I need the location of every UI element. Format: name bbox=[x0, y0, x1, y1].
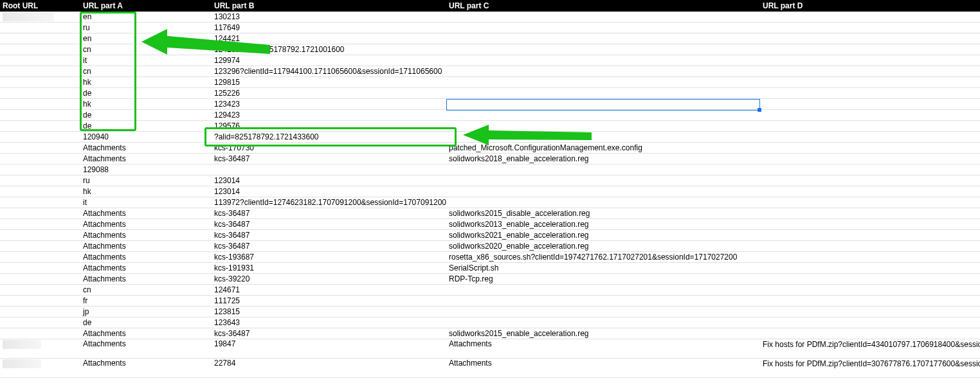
cell-url-part-a[interactable]: cn bbox=[80, 66, 212, 76]
table-row[interactable]: Attachments22784AttachmentsFix hosts for… bbox=[0, 359, 980, 378]
cell-url-part-c[interactable] bbox=[446, 186, 760, 197]
cell-url-part-c[interactable]: solidworks2015_disable_acceleration.reg bbox=[446, 208, 760, 218]
cell-url-part-a[interactable]: de bbox=[80, 88, 212, 98]
cell-url-part-c[interactable] bbox=[446, 44, 760, 55]
cell-url-part-c[interactable] bbox=[446, 33, 760, 44]
cell-url-part-a[interactable]: Attachments bbox=[80, 328, 212, 339]
table-row[interactable]: hk123014 bbox=[0, 186, 980, 197]
cell-url-part-b[interactable]: 129576 bbox=[212, 121, 446, 131]
cell-url-part-a[interactable]: en bbox=[80, 33, 212, 44]
table-row[interactable]: ru123014 bbox=[0, 175, 980, 186]
cell-root-url[interactable] bbox=[0, 208, 80, 218]
cell-url-part-a[interactable]: hk bbox=[80, 77, 212, 87]
cell-url-part-c[interactable]: SerialScript.sh bbox=[446, 263, 760, 273]
table-row[interactable]: Attachmentskcs-36487solidworks2015_enabl… bbox=[0, 328, 980, 339]
cell-url-part-c[interactable]: solidworks2013_enable_acceleration.reg bbox=[446, 219, 760, 229]
cell-url-part-a[interactable]: de bbox=[80, 121, 212, 131]
cell-url-part-b[interactable]: 123014 bbox=[212, 175, 446, 186]
cell-root-url[interactable] bbox=[0, 359, 80, 377]
cell-url-part-b[interactable]: 125226 bbox=[212, 88, 446, 98]
cell-root-url[interactable] bbox=[0, 186, 80, 197]
cell-url-part-d[interactable] bbox=[760, 132, 980, 142]
table-row[interactable]: Attachmentskcs-191931SerialScript.sh bbox=[0, 263, 980, 274]
table-row[interactable]: Attachmentskcs-39220RDP-Tcp.reg bbox=[0, 274, 980, 285]
cell-url-part-d[interactable] bbox=[760, 143, 980, 153]
cell-url-part-b[interactable] bbox=[212, 165, 446, 175]
cell-url-part-d[interactable] bbox=[760, 296, 980, 306]
cell-url-part-d[interactable] bbox=[760, 88, 980, 98]
cell-url-part-c[interactable] bbox=[446, 307, 760, 317]
cell-url-part-d[interactable] bbox=[760, 99, 980, 109]
cell-url-part-b[interactable]: 123423 bbox=[212, 99, 446, 109]
cell-root-url[interactable] bbox=[0, 175, 80, 186]
cell-url-part-b[interactable]: kcs-36487 bbox=[212, 328, 446, 339]
cell-root-url[interactable] bbox=[0, 55, 80, 66]
cell-url-part-c[interactable] bbox=[446, 121, 760, 131]
cell-url-part-d[interactable] bbox=[760, 285, 980, 295]
cell-url-part-a[interactable]: Attachments bbox=[80, 219, 212, 229]
cell-url-part-a[interactable]: hk bbox=[80, 99, 212, 109]
cell-root-url[interactable] bbox=[0, 307, 80, 317]
cell-url-part-d[interactable] bbox=[760, 66, 980, 76]
table-row[interactable]: cn123296?clientId=117944100.1711065600&s… bbox=[0, 66, 980, 77]
cell-url-part-d[interactable] bbox=[760, 121, 980, 131]
cell-url-part-d[interactable] bbox=[760, 197, 980, 208]
cell-url-part-d[interactable] bbox=[760, 77, 980, 87]
cell-root-url[interactable] bbox=[0, 99, 80, 109]
cell-url-part-a[interactable]: hk bbox=[80, 186, 212, 197]
cell-url-part-c[interactable] bbox=[446, 285, 760, 295]
cell-url-part-a[interactable]: it bbox=[80, 55, 212, 66]
cell-url-part-d[interactable] bbox=[760, 154, 980, 164]
cell-url-part-b[interactable]: 129815 bbox=[212, 77, 446, 87]
table-row[interactable]: 129088 bbox=[0, 165, 980, 175]
cell-url-part-a[interactable]: Attachments bbox=[80, 230, 212, 240]
cell-url-part-b[interactable]: ?alid=825178792.1721433600 bbox=[212, 132, 446, 142]
cell-root-url[interactable] bbox=[0, 121, 80, 131]
cell-url-part-a[interactable]: 120940 bbox=[80, 132, 212, 142]
table-row[interactable]: Attachmentskcs-170730patched_Microsoft.C… bbox=[0, 143, 980, 154]
cell-url-part-a[interactable]: fr bbox=[80, 296, 212, 306]
cell-url-part-d[interactable] bbox=[760, 55, 980, 66]
cell-url-part-c[interactable]: Attachments bbox=[446, 339, 760, 358]
cell-root-url[interactable] bbox=[0, 12, 80, 22]
cell-url-part-c[interactable] bbox=[446, 165, 760, 175]
cell-url-part-d[interactable] bbox=[760, 230, 980, 240]
cell-url-part-d[interactable] bbox=[760, 328, 980, 339]
cell-url-part-c[interactable] bbox=[446, 88, 760, 98]
table-row[interactable]: en130213 bbox=[0, 12, 980, 22]
cell-url-part-d[interactable]: Fix hosts for PDfM.zip?clientId=43401079… bbox=[760, 339, 980, 358]
cell-url-part-a[interactable]: de bbox=[80, 317, 212, 328]
cell-url-part-a[interactable]: Attachments bbox=[80, 359, 212, 377]
cell-url-part-c[interactable] bbox=[446, 66, 760, 76]
cell-url-part-b[interactable]: 124671 bbox=[212, 285, 446, 295]
table-row[interactable]: Attachmentskcs-36487solidworks2018_enabl… bbox=[0, 154, 980, 165]
cell-root-url[interactable] bbox=[0, 339, 80, 358]
table-row[interactable]: ru117649 bbox=[0, 22, 980, 33]
cell-url-part-a[interactable]: Attachments bbox=[80, 339, 212, 358]
cell-url-part-a[interactable]: ru bbox=[80, 175, 212, 186]
cell-url-part-b[interactable]: 130213 bbox=[212, 12, 446, 22]
cell-url-part-d[interactable]: Fix hosts for PDfM.zip?clientId=30767787… bbox=[760, 359, 980, 377]
cell-url-part-c[interactable]: rosetta_x86_sources.sh?clientId=19742717… bbox=[446, 252, 760, 262]
cell-url-part-a[interactable]: Attachments bbox=[80, 154, 212, 164]
cell-root-url[interactable] bbox=[0, 296, 80, 306]
cell-url-part-d[interactable] bbox=[760, 12, 980, 22]
cell-url-part-c[interactable]: RDP-Tcp.reg bbox=[446, 274, 760, 284]
table-row[interactable]: de129576 bbox=[0, 121, 980, 132]
cell-url-part-c[interactable] bbox=[446, 132, 760, 142]
cell-url-part-a[interactable]: cn bbox=[80, 44, 212, 55]
cell-url-part-c[interactable]: solidworks2018_enable_acceleration.reg bbox=[446, 154, 760, 164]
cell-url-part-d[interactable] bbox=[760, 22, 980, 33]
cell-root-url[interactable] bbox=[0, 241, 80, 251]
cell-url-part-d[interactable] bbox=[760, 317, 980, 328]
cell-url-part-d[interactable] bbox=[760, 208, 980, 218]
table-row[interactable]: hk123423 bbox=[0, 99, 980, 110]
cell-root-url[interactable] bbox=[0, 165, 80, 175]
cell-url-part-b[interactable]: 123296?clientId=117944100.1711065600&ses… bbox=[212, 66, 446, 76]
cell-url-part-c[interactable] bbox=[446, 110, 760, 120]
cell-url-part-b[interactable]: kcs-193687 bbox=[212, 252, 446, 262]
cell-url-part-d[interactable] bbox=[760, 274, 980, 284]
cell-url-part-a[interactable]: Attachments bbox=[80, 274, 212, 284]
table-row[interactable]: Attachments19847AttachmentsFix hosts for… bbox=[0, 339, 980, 359]
cell-url-part-b[interactable]: kcs-36487 bbox=[212, 230, 446, 240]
